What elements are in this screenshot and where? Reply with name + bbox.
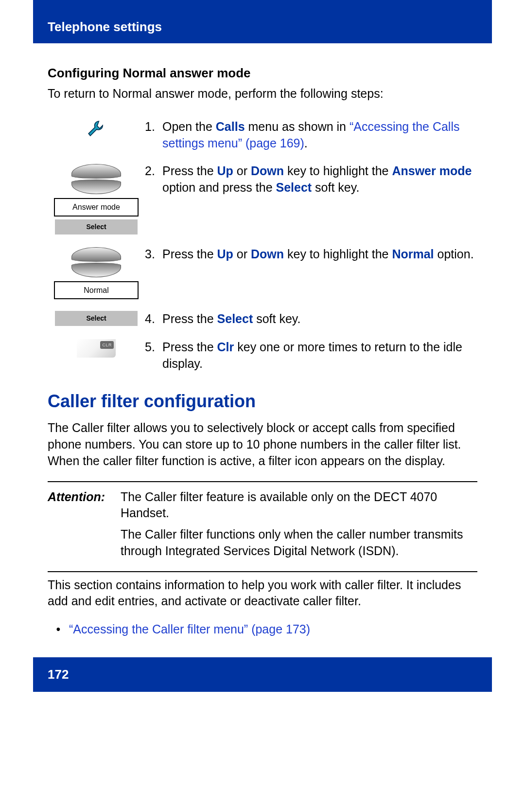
softkey-select: Select bbox=[55, 219, 138, 235]
kw-down: Down bbox=[251, 247, 284, 261]
wrench-icon bbox=[86, 119, 106, 139]
link-accessing-caller-filter[interactable]: “Accessing the Caller filter menu” (page… bbox=[69, 621, 310, 638]
up-down-key-icon bbox=[67, 246, 125, 278]
step-text: Open the Calls menu as shown in “Accessi… bbox=[162, 119, 477, 152]
step-number: 1. bbox=[145, 119, 162, 152]
bullet-dot: • bbox=[48, 621, 69, 638]
step-text: Press the Select soft key. bbox=[162, 311, 477, 327]
attention-p2: The Caller filter functions only when th… bbox=[121, 526, 477, 559]
kw-up: Up bbox=[217, 247, 233, 261]
kw-down: Down bbox=[251, 164, 284, 178]
intro-text: To return to Normal answer mode, perform… bbox=[48, 86, 477, 102]
closing-para: This section contains information to hel… bbox=[48, 577, 477, 610]
caller-filter-para: The Caller filter allows you to selectiv… bbox=[48, 420, 477, 469]
rule-top bbox=[48, 481, 477, 482]
rule-bottom bbox=[48, 571, 477, 572]
step-5: 5. Press the Clr key one or more times t… bbox=[48, 339, 477, 372]
kw-normal: Normal bbox=[392, 247, 434, 261]
page-footer: 172 bbox=[33, 657, 492, 692]
attention-block: Attention: The Caller filter feature is … bbox=[48, 489, 477, 564]
step-2: Answer mode Select 2. Press the Up or Do… bbox=[48, 163, 477, 234]
step-4: Select 4. Press the Select soft key. bbox=[48, 311, 477, 327]
kw-calls: Calls bbox=[216, 120, 245, 133]
page-body: Configuring Normal answer mode To return… bbox=[0, 43, 525, 638]
kw-select: Select bbox=[276, 180, 312, 194]
step-number: 3. bbox=[145, 246, 162, 263]
step-1: 1. Open the Calls menu as shown in “Acce… bbox=[48, 119, 477, 152]
attention-p1: The Caller filter feature is available o… bbox=[121, 489, 477, 522]
clr-key-icon bbox=[77, 339, 116, 358]
page-number: 172 bbox=[48, 667, 69, 682]
step-number: 2. bbox=[145, 163, 162, 196]
subheading-config-normal: Configuring Normal answer mode bbox=[48, 65, 477, 82]
section-title-caller-filter: Caller filter configuration bbox=[48, 390, 477, 414]
step-number: 5. bbox=[145, 339, 162, 372]
page-header: Telephone settings bbox=[33, 0, 492, 43]
bullet-item: • “Accessing the Caller filter menu” (pa… bbox=[48, 621, 477, 638]
lcd-answer-mode: Answer mode bbox=[54, 198, 139, 217]
step-text: Press the Clr key one or more times to r… bbox=[162, 339, 477, 372]
header-title: Telephone settings bbox=[48, 19, 162, 34]
softkey-select: Select bbox=[55, 311, 138, 326]
kw-select: Select bbox=[217, 312, 253, 325]
kw-clr: Clr bbox=[217, 340, 234, 354]
step-text: Press the Up or Down key to highlight th… bbox=[162, 246, 477, 263]
kw-up: Up bbox=[217, 164, 233, 178]
up-down-key-icon bbox=[67, 163, 125, 195]
kw-answer-mode: Answer mode bbox=[392, 164, 472, 178]
lcd-normal: Normal bbox=[54, 281, 139, 300]
attention-label: Attention: bbox=[48, 489, 121, 564]
step-3: Normal 3. Press the Up or Down key to hi… bbox=[48, 246, 477, 300]
step-text: Press the Up or Down key to highlight th… bbox=[162, 163, 477, 196]
step-number: 4. bbox=[145, 311, 162, 327]
